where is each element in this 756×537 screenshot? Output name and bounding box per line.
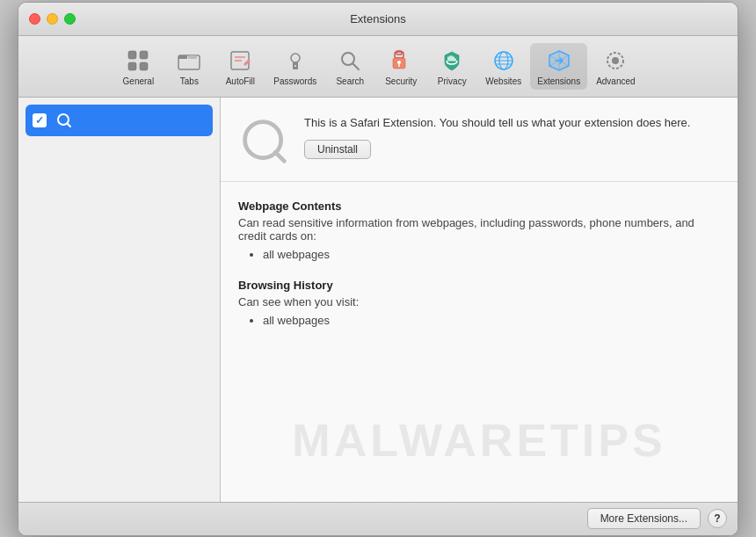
svg-rect-17 bbox=[396, 51, 402, 54]
webpage-contents-description: Can read sensitive information from webp… bbox=[238, 216, 720, 243]
websites-icon bbox=[490, 47, 518, 75]
webpage-contents-list: all webpages bbox=[238, 248, 720, 261]
browsing-history-list: all webpages bbox=[238, 314, 720, 327]
browsing-history-section: Browsing History Can see when you visit:… bbox=[238, 279, 720, 327]
svg-point-11 bbox=[291, 54, 300, 62]
privacy-label: Privacy bbox=[438, 76, 467, 86]
svg-rect-2 bbox=[128, 62, 136, 70]
tabs-icon bbox=[175, 47, 203, 75]
extensions-label: Extensions bbox=[537, 76, 580, 86]
advanced-icon bbox=[601, 47, 629, 75]
toolbar-item-security[interactable]: Security bbox=[376, 43, 425, 90]
title-bar: Extensions bbox=[18, 3, 738, 36]
checkmark-icon: ✓ bbox=[35, 115, 44, 126]
svg-rect-3 bbox=[140, 62, 148, 70]
general-label: General bbox=[123, 76, 155, 86]
toolbar-item-general[interactable]: General bbox=[113, 43, 163, 90]
extension-icon bbox=[238, 115, 291, 168]
maximize-button[interactable] bbox=[64, 13, 76, 25]
passwords-label: Passwords bbox=[273, 76, 316, 86]
list-item: all webpages bbox=[263, 248, 720, 261]
list-item: all webpages bbox=[263, 314, 720, 327]
toolbar-item-websites[interactable]: Websites bbox=[478, 43, 528, 90]
advanced-label: Advanced bbox=[596, 76, 635, 86]
privacy-icon bbox=[438, 47, 466, 75]
close-button[interactable] bbox=[29, 13, 40, 25]
svg-rect-5 bbox=[178, 55, 187, 59]
general-icon bbox=[124, 47, 152, 75]
svg-marker-10 bbox=[244, 59, 251, 66]
passwords-icon bbox=[281, 47, 309, 75]
svg-point-28 bbox=[612, 57, 619, 64]
watermark: MALWARETIPS bbox=[221, 414, 738, 467]
webpage-contents-title: Webpage Contents bbox=[238, 200, 720, 213]
help-button[interactable]: ? bbox=[708, 509, 727, 528]
uninstall-button[interactable]: Uninstall bbox=[304, 140, 371, 159]
svg-line-33 bbox=[275, 152, 284, 161]
toolbar-item-search[interactable]: Search bbox=[325, 43, 374, 90]
tabs-label: Tabs bbox=[180, 76, 199, 86]
extension-permissions: Webpage Contents Can read sensitive info… bbox=[221, 182, 738, 362]
extension-enabled-checkbox[interactable]: ✓ bbox=[33, 113, 47, 127]
sidebar-extension-icon bbox=[54, 110, 75, 131]
preferences-toolbar: General Tabs Au bbox=[18, 36, 738, 98]
toolbar-item-extensions[interactable]: Extensions bbox=[530, 43, 587, 90]
bottom-bar: More Extensions... ? bbox=[18, 502, 738, 535]
sidebar-item-search-extension[interactable]: ✓ bbox=[25, 105, 213, 136]
extension-description: This is a Safari Extension. You should t… bbox=[304, 115, 720, 131]
security-label: Security bbox=[385, 76, 417, 86]
security-icon bbox=[387, 47, 415, 75]
toolbar-item-privacy[interactable]: Privacy bbox=[427, 43, 476, 90]
search-toolbar-icon bbox=[336, 47, 364, 75]
window-title: Extensions bbox=[350, 12, 406, 25]
safari-preferences-window: Extensions General bbox=[18, 2, 738, 536]
autofill-label: AutoFill bbox=[226, 76, 255, 86]
browsing-history-description: Can see when you visit: bbox=[238, 295, 720, 308]
extension-header: This is a Safari Extension. You should t… bbox=[221, 98, 738, 182]
minimize-button[interactable] bbox=[47, 13, 58, 25]
extensions-sidebar: ✓ bbox=[18, 98, 221, 502]
main-content: ✓ MALWARETIPS bbox=[18, 98, 738, 502]
search-label: Search bbox=[336, 76, 364, 86]
svg-rect-0 bbox=[128, 51, 136, 59]
extensions-icon bbox=[545, 47, 573, 75]
webpage-contents-section: Webpage Contents Can read sensitive info… bbox=[238, 200, 720, 261]
websites-label: Websites bbox=[485, 76, 521, 86]
toolbar-item-passwords[interactable]: Passwords bbox=[266, 43, 323, 90]
autofill-icon bbox=[226, 47, 254, 75]
svg-line-31 bbox=[68, 123, 71, 127]
toolbar-item-autofill[interactable]: AutoFill bbox=[215, 43, 265, 90]
more-extensions-button[interactable]: More Extensions... bbox=[587, 508, 701, 529]
svg-rect-1 bbox=[140, 51, 148, 59]
svg-rect-6 bbox=[188, 55, 197, 59]
svg-line-15 bbox=[353, 63, 360, 69]
extension-info: This is a Safari Extension. You should t… bbox=[304, 115, 720, 159]
browsing-history-title: Browsing History bbox=[238, 279, 720, 292]
svg-point-19 bbox=[397, 61, 401, 64]
extension-detail-panel: MALWARETIPS This is a Safari Extension. … bbox=[221, 98, 738, 502]
toolbar-item-tabs[interactable]: Tabs bbox=[164, 43, 214, 90]
toolbar-item-advanced[interactable]: Advanced bbox=[589, 43, 642, 90]
traffic-lights bbox=[29, 13, 76, 25]
